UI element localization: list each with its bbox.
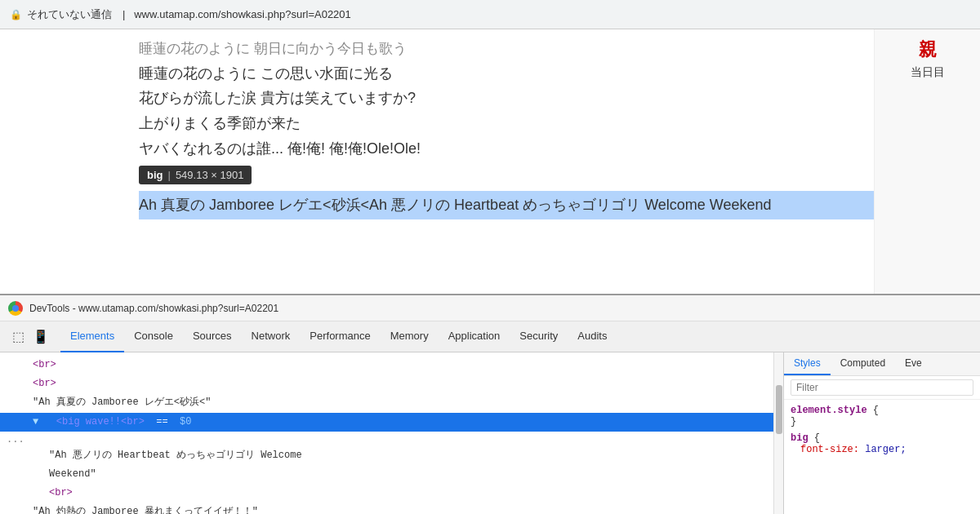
style-prop-font-size: font-size: larger; — [791, 444, 973, 455]
tab-application[interactable]: Application — [439, 321, 510, 352]
mobile-icon[interactable]: 📱 — [29, 326, 52, 348]
tab-sources[interactable]: Sources — [183, 321, 242, 352]
ad-text-1: 親 — [919, 38, 937, 62]
dom-scrollbar[interactable] — [773, 352, 783, 514]
url-value: www.utamap.com/showkasi.php?surl=A02201 — [134, 8, 351, 20]
tab-network[interactable]: Network — [242, 321, 301, 352]
style-selector-big: big — [791, 432, 808, 444]
style-selector-element: element.style — [791, 405, 867, 416]
devtools-icons: ⬚ 📱 — [7, 326, 52, 348]
dom-line-text3: "Ah 灼熱の Jamboree 暴れまくってイイぜ！！" — [0, 503, 783, 514]
address-prefix: それていない通信 | — [27, 8, 125, 20]
styles-body: element.style { } big { font-size: large… — [784, 400, 980, 465]
cursor-icon[interactable]: ⬚ — [7, 326, 29, 348]
styles-tabs: Styles Computed Eve — [784, 352, 980, 376]
devtools-titlebar: DevTools - www.utamap.com/showkasi.php?s… — [0, 295, 980, 321]
styles-filter-input[interactable] — [791, 379, 973, 396]
dom-line-big-selected[interactable]: ▼ <big wave!!<br> == $0 — [0, 413, 783, 432]
tooltip-tag: big — [147, 169, 163, 181]
dom-scroll-thumb[interactable] — [776, 385, 782, 434]
dom-line-text2b: Weekend" — [0, 465, 783, 484]
tab-audits[interactable]: Audits — [568, 321, 617, 352]
address-bar: 🔒 それていない通信 | www.utamap.com/showkasi.php… — [0, 0, 980, 29]
dom-line-text1: "Ah 真夏の Jamboree レゲエ<砂浜<" — [0, 393, 783, 412]
highlighted-text: Ah 真夏の Jamboree レゲエ<砂浜<Ah 悪ノリの Heartbeat… — [139, 191, 964, 219]
tab-security[interactable]: Security — [510, 321, 568, 352]
style-rule-element: element.style { } — [791, 405, 973, 428]
dom-line-br3: <br> — [0, 484, 783, 503]
ad-text-2: 当日目 — [911, 65, 945, 80]
url-text: それていない通信 | www.utamap.com/showkasi.php?s… — [27, 7, 351, 22]
jp-line-5: ヤバくなれるのは誰... 俺!俺! 俺!俺!Ole!Ole! — [139, 136, 964, 162]
devtools-body: <br> <br> "Ah 真夏の Jamboree レゲエ<砂浜<" ▼ <b… — [0, 352, 980, 514]
tooltip-dimensions: 549.13 × 1901 — [176, 169, 244, 181]
security-icon: 🔒 — [10, 9, 22, 20]
chrome-icon — [8, 301, 23, 316]
styles-tab-styles[interactable]: Styles — [784, 352, 831, 375]
tab-elements[interactable]: Elements — [60, 321, 124, 352]
devtools-title: DevTools - www.utamap.com/showkasi.php?s… — [29, 303, 278, 314]
styles-filter-area — [784, 376, 980, 400]
tab-performance[interactable]: Performance — [300, 321, 380, 352]
dom-tree-panel: <br> <br> "Ah 真夏の Jamboree レゲエ<砂浜<" ▼ <b… — [0, 352, 784, 514]
styles-panel: Styles Computed Eve element.style { } bi… — [784, 352, 980, 514]
dom-ellipsis: ... — [0, 432, 783, 446]
dom-line-br2: <br> — [0, 374, 783, 393]
devtools-panel: DevTools - www.utamap.com/showkasi.php?s… — [0, 294, 980, 514]
dom-line-br1: <br> — [0, 356, 783, 374]
styles-tab-computed[interactable]: Computed — [831, 352, 895, 375]
tab-memory[interactable]: Memory — [381, 321, 439, 352]
jp-line-1: 睡蓮の花のように 朝日に向かう今日も歌う — [139, 38, 964, 61]
style-rule-big: big { font-size: larger; — [791, 432, 973, 455]
styles-tab-eve[interactable]: Eve — [895, 352, 932, 375]
dom-line-text2: "Ah 悪ノリの Heartbeat めっちゃゴリゴリ Welcome — [0, 446, 783, 465]
webpage-content: 睡蓮の花のように 朝日に向かう今日も歌う 睡蓮の花のように この思い水面に光る … — [0, 29, 980, 307]
right-ad: 親 当日目 — [874, 29, 980, 307]
tab-console[interactable]: Console — [124, 321, 183, 352]
devtools-tabs: ⬚ 📱 Elements Console Sources Network Per… — [0, 321, 980, 352]
jp-line-2: 睡蓮の花のように この思い水面に光る — [139, 61, 964, 86]
jp-line-4: 上がりまくる季節が来た — [139, 111, 964, 136]
jp-line-3: 花びらが流した涙 貴方は笑えていますか? — [139, 86, 964, 111]
element-tooltip: big | 549.13 × 1901 — [139, 166, 252, 184]
dom-tree: <br> <br> "Ah 真夏の Jamboree レゲエ<砂浜<" ▼ <b… — [0, 352, 783, 514]
